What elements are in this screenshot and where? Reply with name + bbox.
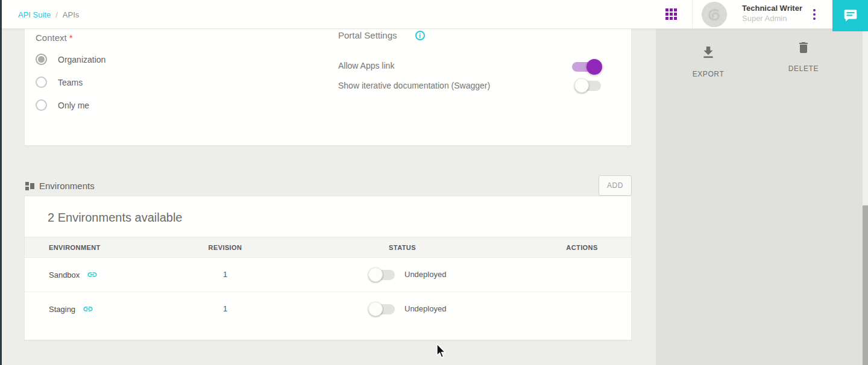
column-header-status: STATUS (365, 237, 440, 258)
top-header: API Suite / APIs Technical Writer Super … (2, 0, 868, 29)
environment-name: Staging (49, 305, 75, 314)
context-label: Context* (36, 33, 105, 43)
breadcrumb-separator: / (55, 10, 58, 19)
breadcrumb-root-link[interactable]: API Suite (18, 10, 51, 19)
apps-grid-icon[interactable] (665, 8, 678, 20)
deploy-toggle-off[interactable] (368, 267, 395, 282)
mouse-cursor (435, 343, 448, 361)
environments-table-header: ENVIRONMENT REVISION STATUS ACTIONS (25, 237, 631, 258)
user-info[interactable]: Technical Writer Super Admin (742, 3, 805, 23)
environments-summary: 2 Environments available (25, 196, 631, 225)
environment-link-icon[interactable] (83, 304, 93, 314)
export-button[interactable]: EXPORT (681, 43, 735, 78)
api-settings-card: Context* Organization Teams Only me Port… (24, 29, 632, 146)
scrollbar-track[interactable] (863, 29, 868, 365)
user-name: Technical Writer (742, 3, 805, 13)
toggle-knob (368, 267, 383, 282)
portal-settings-title: Portal Settings (338, 30, 397, 40)
delete-label: DELETE (776, 64, 831, 73)
toggle-knob (368, 302, 383, 316)
radio-label: Teams (58, 78, 83, 87)
chat-button[interactable] (832, 0, 868, 31)
scrollbar-thumb[interactable] (863, 205, 868, 365)
chat-bubble-icon (843, 8, 858, 23)
environment-status: Undeployed (404, 304, 446, 313)
radio-option-only-me[interactable]: Only me (36, 99, 105, 111)
toggle-knob (574, 78, 589, 93)
export-label: EXPORT (681, 70, 735, 78)
environments-quilt-icon (25, 182, 34, 190)
context-section: Context* Organization Teams Only me (36, 33, 105, 111)
radio-option-organization[interactable]: Organization (36, 53, 105, 66)
header-divider (692, 0, 693, 29)
context-label-text: Context (36, 33, 67, 43)
table-row-staging: Staging 1 Undeployed (25, 292, 631, 326)
table-row-sandbox: Sandbox 1 Undeployed (25, 258, 631, 292)
download-icon (700, 43, 716, 61)
info-icon[interactable]: i (415, 31, 425, 40)
allow-apps-link-toggle-on[interactable] (572, 59, 602, 75)
column-header-actions: ACTIONS (544, 237, 620, 258)
toggle-label: Show iterative documentation (Swagger) (338, 81, 490, 90)
add-environment-button[interactable]: ADD (599, 175, 632, 196)
radio-option-teams[interactable]: Teams (36, 76, 105, 89)
allow-apps-link-row: Allow Apps link (338, 60, 591, 73)
avatar[interactable] (702, 2, 727, 27)
radio-label: Organization (58, 55, 105, 64)
toggle-label: Allow Apps link (338, 61, 394, 70)
breadcrumb-current: APIs (63, 10, 79, 19)
radio-icon[interactable] (36, 99, 47, 111)
column-header-environment: ENVIRONMENT (49, 237, 101, 258)
deploy-toggle-off[interactable] (368, 302, 395, 316)
collapsed-nav-strip (0, 0, 2, 365)
trash-icon (796, 39, 811, 56)
environment-link-icon[interactable] (87, 269, 98, 280)
toggle-knob (587, 59, 602, 75)
radio-label: Only me (58, 101, 89, 110)
action-side-panel: EXPORT DELETE (656, 29, 868, 365)
radio-icon-selected[interactable] (36, 54, 47, 65)
portal-settings-section: Portal Settings i Allow Apps link Show i… (338, 29, 591, 93)
required-asterisk: * (69, 33, 73, 43)
swagger-doc-toggle-off[interactable] (574, 78, 601, 93)
environments-section-header: Environments ADD (24, 175, 632, 196)
swagger-doc-row: Show iterative documentation (Swagger) (338, 80, 591, 93)
user-role: Super Admin (742, 13, 805, 23)
environments-card: 2 Environments available ENVIRONMENT REV… (24, 196, 632, 340)
column-header-revision: REVISION (187, 237, 263, 258)
delete-button[interactable]: DELETE (776, 39, 831, 73)
breadcrumb: API Suite / APIs (18, 0, 79, 29)
radio-icon[interactable] (36, 76, 47, 88)
environments-title: Environments (39, 181, 95, 191)
environment-name: Sandbox (49, 270, 80, 279)
avatar-logo-icon (702, 2, 727, 27)
environment-revision: 1 (187, 270, 263, 279)
user-menu-kebab-icon[interactable] (808, 4, 820, 25)
environment-status: Undeployed (404, 270, 446, 279)
environment-revision: 1 (187, 304, 263, 313)
